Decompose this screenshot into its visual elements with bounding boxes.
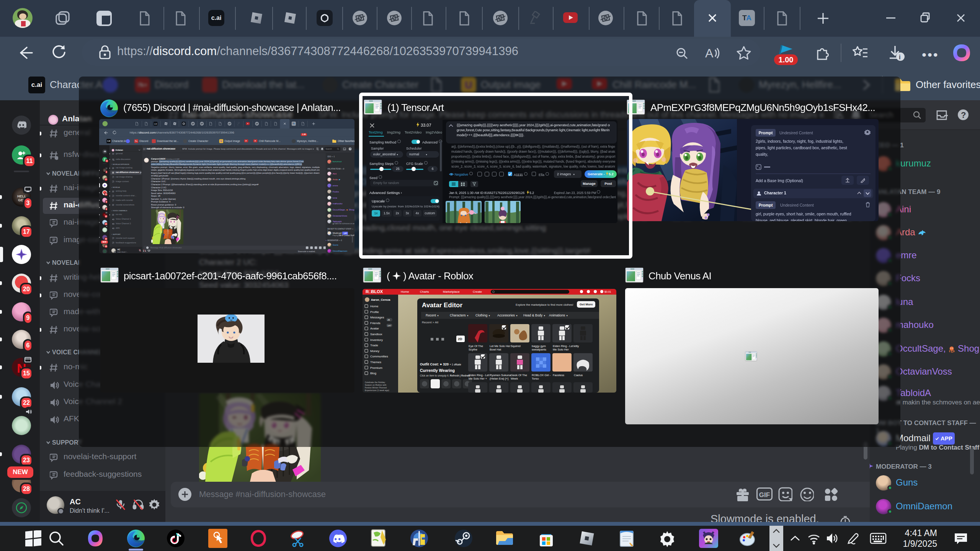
svg-text:Festive Winter-Themed: Festive Winter-Themed bbox=[365, 386, 387, 389]
svg-text:Geek Of The: Geek Of The bbox=[511, 373, 527, 377]
svg-text:Aaron_Cereza: Aaron_Cereza bbox=[371, 298, 390, 302]
svg-text:R□BLOX: R□BLOX bbox=[366, 289, 383, 294]
svg-text:Clothing ▼: Clothing ▼ bbox=[475, 313, 490, 317]
svg-text:?: ? bbox=[350, 148, 351, 150]
svg-text:Get More: Get More bbox=[580, 303, 593, 306]
svg-text:Explore the marketplace to fin: Explore the marketplace to find more clo… bbox=[516, 303, 573, 306]
svg-text:Head & Body ▼: Head & Body ▼ bbox=[523, 313, 546, 317]
svg-text:Me Solo Her: Me Solo Her bbox=[553, 348, 569, 351]
svg-text:Scythe: Scythe bbox=[469, 348, 477, 351]
svg-text:Elden Ring - Let: Elden Ring - Let bbox=[469, 373, 490, 377]
svg-text:Bowl Hat: Bowl Hat bbox=[490, 348, 501, 351]
svg-text:Week: Week bbox=[511, 377, 518, 380]
svg-text:Characters ▼: Characters ▼ bbox=[450, 313, 469, 317]
svg-text:Avatar: Avatar bbox=[370, 327, 379, 330]
svg-text:Themes: Themes bbox=[370, 360, 381, 364]
svg-text:Sandbox: Sandbox bbox=[370, 333, 382, 336]
svg-text:ROBLOX Girl -: ROBLOX Girl - bbox=[532, 373, 551, 377]
svg-text:kitty: kitty bbox=[574, 344, 579, 348]
svg-text:Eye Of The: Eye Of The bbox=[469, 344, 483, 348]
svg-text:Celebrate the Holiday: Celebrate the Holiday bbox=[365, 381, 385, 383]
svg-text:Faceless: Faceless bbox=[553, 373, 564, 377]
svg-text:Home: Home bbox=[401, 290, 409, 293]
svg-text:Accessories ▼: Accessories ▼ bbox=[497, 313, 518, 317]
svg-text:Trade: Trade bbox=[370, 344, 378, 347]
svg-text:Friends: Friends bbox=[370, 321, 381, 325]
svg-text:i: i bbox=[899, 54, 901, 61]
svg-text:Ryomen Sukuna: Ryomen Sukuna bbox=[490, 373, 511, 377]
svg-text:Experiences (1 week ago): Experiences (1 week ago) bbox=[365, 389, 389, 391]
svg-text:Inventory: Inventory bbox=[370, 338, 383, 342]
svg-text:147: 147 bbox=[387, 324, 392, 327]
svg-text:A: A bbox=[705, 46, 714, 60]
svg-text:Messages: Messages bbox=[370, 316, 384, 319]
svg-text:Blog: Blog bbox=[370, 372, 376, 375]
svg-text:Currently Wearing: Currently Wearing bbox=[420, 368, 455, 373]
svg-text:Communities: Communities bbox=[370, 355, 388, 358]
svg-text:Outfit Cost: ● 320 + 1 offsale: Outfit Cost: ● 320 + 1 offsale bbox=[420, 362, 461, 366]
svg-text:Click an item to unequip it. R: Click an item to unequip it. Refresh | R… bbox=[420, 374, 470, 377]
svg-text:sweatpants: sweatpants bbox=[532, 348, 546, 351]
svg-text:Home: Home bbox=[370, 305, 379, 308]
svg-text:(Heian Era) [+]: (Heian Era) [+] bbox=[490, 377, 508, 380]
svg-text:2D: 2D bbox=[458, 337, 462, 341]
svg-text:Charts: Charts bbox=[420, 290, 429, 293]
svg-text:baggy gym: baggy gym bbox=[532, 344, 546, 348]
svg-text:Animations ▼: Animations ▼ bbox=[549, 313, 568, 317]
svg-text:26: 26 bbox=[387, 319, 390, 321]
svg-text:Premium: Premium bbox=[370, 366, 382, 370]
svg-text:Season on Roblox with: Season on Roblox with bbox=[365, 384, 386, 386]
svg-text:Elden Ring - Let: Elden Ring - Let bbox=[553, 344, 574, 348]
svg-text:Profile: Profile bbox=[370, 310, 379, 314]
svg-text:Marketplace: Marketplace bbox=[443, 290, 460, 293]
svg-text:Torso: Torso bbox=[532, 377, 539, 380]
svg-text:Recent > All: Recent > All bbox=[422, 321, 438, 324]
svg-text:Avatar Editor: Avatar Editor bbox=[422, 302, 463, 309]
svg-text:$0.01: $0.01 bbox=[604, 290, 611, 293]
svg-text:?: ? bbox=[961, 110, 966, 120]
svg-text:Squirrel: Squirrel bbox=[511, 344, 521, 348]
svg-text:Create: Create bbox=[473, 290, 482, 293]
svg-text:Money: Money bbox=[370, 349, 379, 353]
svg-text:Caelus: Caelus bbox=[574, 373, 583, 377]
svg-text:Me Solo Her +: Me Solo Her + bbox=[469, 377, 487, 380]
svg-text:Let Me Solo Her: Let Me Solo Her bbox=[490, 344, 511, 348]
